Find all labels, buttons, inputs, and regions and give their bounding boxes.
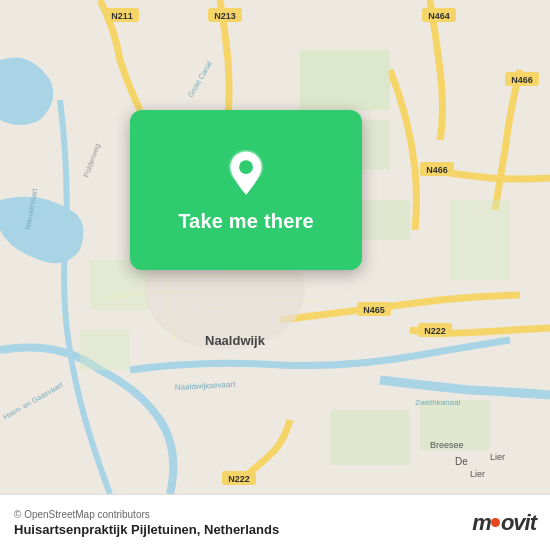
svg-text:N222: N222: [424, 326, 446, 336]
svg-rect-5: [80, 330, 130, 370]
svg-text:Lier: Lier: [490, 452, 505, 462]
svg-point-38: [239, 160, 253, 174]
svg-text:N464: N464: [428, 11, 450, 21]
osm-credit: © OpenStreetMap contributors: [14, 509, 279, 520]
svg-text:N222: N222: [228, 474, 250, 484]
svg-text:N211: N211: [111, 11, 133, 21]
svg-rect-1: [300, 50, 390, 110]
footer: © OpenStreetMap contributors Huisartsenp…: [0, 494, 550, 550]
footer-left: © OpenStreetMap contributors Huisartsenp…: [14, 509, 279, 537]
svg-text:Zwethkanaal: Zwethkanaal: [415, 398, 461, 407]
location-name: Huisartsenpraktijk Pijletuinen, Netherla…: [14, 522, 279, 537]
moovit-logo-wordmark: movit: [472, 510, 536, 536]
svg-rect-8: [450, 200, 510, 280]
take-me-there-button[interactable]: Take me there: [130, 110, 362, 270]
svg-text:Breesee: Breesee: [430, 440, 464, 450]
svg-text:N466: N466: [426, 165, 448, 175]
svg-text:De: De: [455, 456, 468, 467]
svg-text:N213: N213: [214, 11, 236, 21]
map-container: N211 N213 N464 N466 N466 N465 N222 N222 …: [0, 0, 550, 494]
location-pin-icon: [220, 148, 272, 200]
moovit-logo: movit: [472, 510, 536, 536]
svg-text:Naaldwijk: Naaldwijk: [205, 333, 266, 348]
svg-text:N465: N465: [363, 305, 385, 315]
svg-text:N466: N466: [511, 75, 533, 85]
svg-text:Lier: Lier: [470, 469, 485, 479]
svg-rect-6: [330, 410, 410, 465]
cta-label: Take me there: [178, 210, 314, 233]
